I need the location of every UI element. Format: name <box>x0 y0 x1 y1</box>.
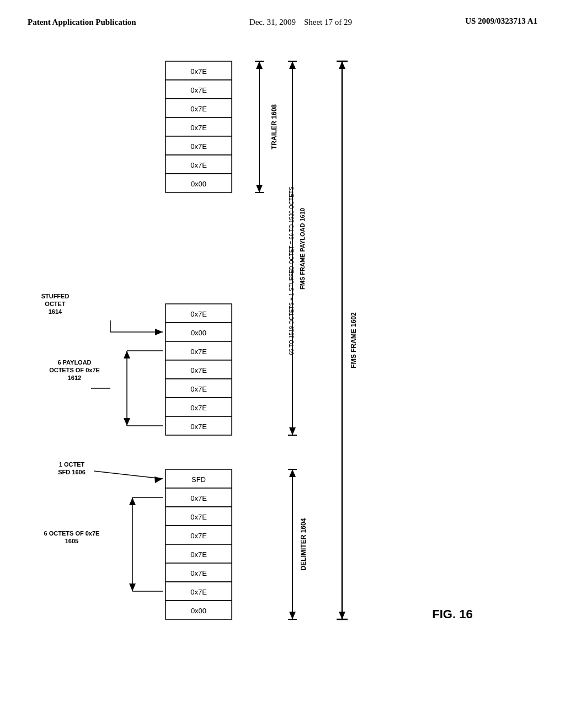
bot-box-3: 0x7E <box>190 532 207 540</box>
trailer-arrow-top <box>256 61 263 69</box>
delimiter-label: DELIMITER 1604 <box>300 518 307 570</box>
fms-payload-label: FMS FRAME PAYLOAD 1610 <box>299 208 306 290</box>
delimiter-arrow-bottom <box>289 612 296 619</box>
publication-title: Patent Application Publication <box>28 17 136 28</box>
delimiter-arrow-top <box>289 469 296 477</box>
trailer-arrow-bottom <box>256 185 263 192</box>
bot-box-6: 0x7E <box>190 588 207 596</box>
stuffed-octet-label2: OCTET <box>45 301 66 307</box>
payload-brace-bot-arrow <box>124 418 130 426</box>
payload-brace-top-arrow <box>124 351 130 358</box>
mid-box-2: 0x00 <box>191 329 206 337</box>
date-sheet: Dec. 31, 2009 Sheet 17 of 29 <box>249 17 352 28</box>
trailer-label: TRAILER 1608 <box>270 104 278 149</box>
bot-box-4: 0x7E <box>190 550 207 559</box>
one-octet-label2: SFD 1606 <box>58 469 86 475</box>
top-box-5: 0x7E <box>190 142 207 151</box>
top-box-6: 0x7E <box>190 161 207 169</box>
bot-box-7: 0x00 <box>191 607 206 615</box>
top-box-7: 0x00 <box>191 180 206 188</box>
six-payload-label3: 1612 <box>68 374 81 381</box>
sfd-arrow <box>154 477 163 483</box>
fms-payload-detail: 65 TO 1519 OCTETS + 1 STUFFED OCTET = 66… <box>289 186 295 355</box>
one-octet-label1: 1 OCTET <box>59 461 85 468</box>
stuffed-octet-label3: 1614 <box>49 308 62 315</box>
payload-arrow-bottom <box>289 427 296 435</box>
bot-box-2: 0x7E <box>190 513 207 521</box>
fms-frame-label: FMS FRAME 1602 <box>350 312 358 368</box>
fig-label-text: FIG. 16 <box>432 607 472 621</box>
frame-arrow-bottom <box>339 612 345 619</box>
top-box-3: 0x7E <box>190 105 207 113</box>
top-box-1: 0x7E <box>190 67 207 76</box>
stuffed-octet-label: STUFFED <box>41 293 70 299</box>
bot-box-5: 0x7E <box>190 569 207 577</box>
sheet-info: Sheet 17 of 29 <box>304 18 352 26</box>
six-octets-label1: 6 OCTETS OF 0x7E <box>44 530 100 537</box>
six-octets-top-arrow <box>129 497 136 505</box>
frame-arrow-top <box>339 61 345 69</box>
top-box-4: 0x7E <box>190 124 207 132</box>
page-header: Patent Application Publication Dec. 31, … <box>0 0 565 34</box>
diagram-area: 0x7E 0x7E 0x7E 0x7E 0x7E 0x7E 0x00 0x7E … <box>0 39 565 690</box>
payload-arrow-top <box>289 61 296 69</box>
patent-number: US 2009/0323713 A1 <box>465 17 537 26</box>
publication-date: Dec. 31, 2009 <box>249 18 296 26</box>
mid-box-4: 0x7E <box>190 366 207 374</box>
six-payload-label1: 6 PAYLOAD <box>57 359 91 366</box>
mid-box-6: 0x7E <box>190 404 207 412</box>
mid-box-1: 0x7E <box>190 310 207 318</box>
six-octets-bot-arrow <box>129 584 136 591</box>
mid-box-3: 0x7E <box>190 347 207 356</box>
six-payload-label2: OCTETS OF 0x7E <box>49 367 100 373</box>
six-octets-label2: 1605 <box>65 538 78 544</box>
patent-diagram: 0x7E 0x7E 0x7E 0x7E 0x7E 0x7E 0x00 0x7E … <box>0 39 565 690</box>
bot-box-sfd: SFD <box>191 475 206 484</box>
top-box-2: 0x7E <box>190 86 207 94</box>
svg-line-40 <box>94 471 163 479</box>
bot-box-1: 0x7E <box>190 494 207 502</box>
stuffed-octet-arrow <box>155 329 163 335</box>
mid-box-5: 0x7E <box>190 385 207 393</box>
mid-box-7: 0x7E <box>190 422 207 431</box>
